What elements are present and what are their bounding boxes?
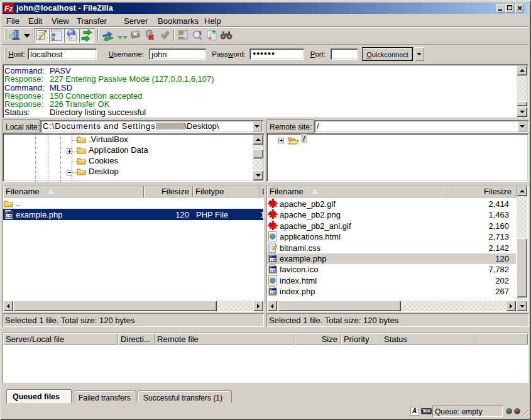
svg-text:Fz: Fz xyxy=(4,4,13,13)
